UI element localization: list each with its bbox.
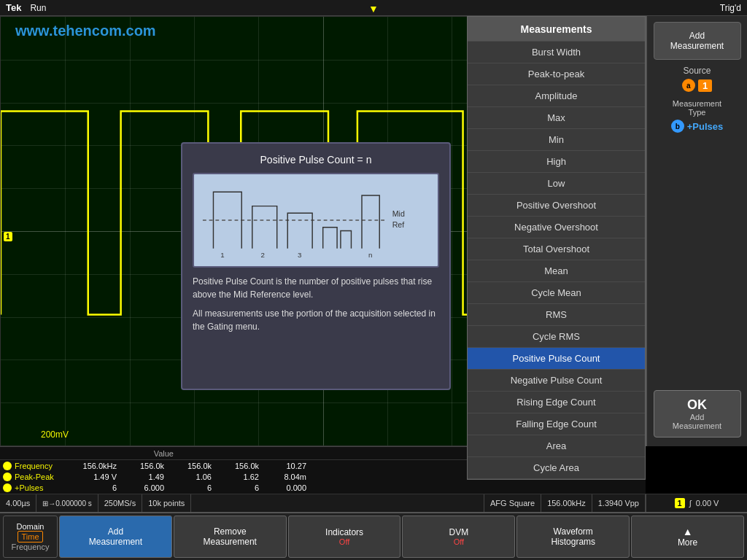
mtype-value-row: b +Pulses <box>654 120 741 133</box>
dvm-button[interactable]: DVM Off <box>402 516 515 558</box>
remove-meas-label: RemoveMeasurement <box>204 526 257 547</box>
meas-val5: 0.000 <box>259 483 306 492</box>
channel-marker: 1 <box>4 232 12 241</box>
menu-item-min[interactable]: Min <box>468 129 645 151</box>
meas-val1: 156.0kHz <box>69 462 117 470</box>
meas-dot-icon <box>3 462 12 470</box>
indicators-button[interactable]: Indicators Off <box>288 516 401 558</box>
domain-freq-label: Frequency <box>12 542 50 551</box>
ok-sublabel: AddMeasurement <box>673 413 721 430</box>
svg-text:2: 2 <box>261 251 265 259</box>
menu-item-burst-width[interactable]: Burst Width <box>468 42 645 63</box>
menu-item-mean[interactable]: Mean <box>468 260 645 282</box>
sample-points-cell: 10k points <box>142 494 191 512</box>
menu-item-rms[interactable]: RMS <box>468 304 645 326</box>
voltage-value: 0.00 V <box>696 499 719 508</box>
trig-status: Trig'd <box>720 3 741 13</box>
position-value: ⊞→0.000000 s <box>42 499 92 508</box>
menu-item-cycle-area[interactable]: Cycle Area <box>468 457 645 479</box>
menu-item-low[interactable]: Low <box>468 173 645 195</box>
source-indicator: a 1 <box>654 79 741 92</box>
afg-label-cell: AFG Square <box>484 494 541 512</box>
freq-symbol-icon: ∫ <box>689 499 692 508</box>
measurements-dropdown[interactable]: Measurements Burst WidthPeak-to-peakAmpl… <box>467 16 646 480</box>
watermark-text: www.tehencom.com <box>15 23 156 39</box>
mtype-text: +Pulses <box>687 121 724 132</box>
ok-add-measurement-button[interactable]: OK AddMeasurement <box>654 390 741 438</box>
menu-item-cycle-rms[interactable]: Cycle RMS <box>468 326 645 348</box>
mtype-badge-b: b <box>671 120 684 133</box>
svg-text:n: n <box>368 251 372 259</box>
indicators-status: Off <box>339 537 349 546</box>
run-status: Run <box>30 3 46 13</box>
menu-item-positive-overshoot[interactable]: Positive Overshoot <box>468 195 645 217</box>
afg-freq-cell: 156.00kHz <box>541 494 592 512</box>
sample-rate: 250MS/s <box>104 499 136 508</box>
menu-item-peak-to-peak[interactable]: Peak-to-peak <box>468 63 645 85</box>
measurement-row: +Pulses 6 6.000 6 6 0.000 <box>0 482 646 493</box>
meas-val5: 8.04m <box>259 472 306 481</box>
menu-item-rising-edge-count[interactable]: Rising Edge Count <box>468 392 645 413</box>
menu-item-high[interactable]: High <box>468 151 645 173</box>
meas-val3: 156.0k <box>164 462 212 470</box>
more-icon: ▲ <box>683 526 693 537</box>
sample-points: 10k points <box>148 499 185 508</box>
add-measurement-button[interactable]: AddMeasurement <box>654 22 741 60</box>
menu-item-amplitude[interactable]: Amplitude <box>468 85 645 107</box>
menu-item-negative-overshoot[interactable]: Negative Overshoot <box>468 217 645 238</box>
domain-button[interactable]: Domain Time Frequency <box>3 516 58 558</box>
menu-item-negative-pulse-count[interactable]: Negative Pulse Count <box>468 370 645 392</box>
ok-label: OK <box>687 397 707 413</box>
meas-val3: 6 <box>164 483 212 492</box>
menu-item-cycle-mean[interactable]: Cycle Mean <box>468 282 645 304</box>
menu-item-area[interactable]: Area <box>468 435 645 457</box>
menu-item-total-overshoot[interactable]: Total Overshoot <box>468 238 645 260</box>
waveform-hist-label: WaveformHistograms <box>551 526 595 547</box>
meas-name: Peak-Peak <box>15 472 69 481</box>
meas-val4: 156.0k <box>212 462 259 470</box>
timebase-value: 4.00µs <box>6 499 30 508</box>
svg-text:Mid: Mid <box>392 209 405 218</box>
brand-label: Tek <box>6 2 21 13</box>
col-value: Value <box>123 449 174 458</box>
time-info-bar: 4.00µs ⊞→0.000000 s 250MS/s 10k points A… <box>0 494 646 512</box>
svg-text:3: 3 <box>298 251 301 259</box>
timebase-cell: 4.00µs <box>0 494 36 512</box>
svg-text:Ref: Ref <box>392 220 405 229</box>
meas-val4: 6 <box>212 483 259 492</box>
meas-val1: 1.49 V <box>69 472 117 481</box>
add-measurement-label: AddMeasurement <box>670 31 724 51</box>
afg-vpp-cell: 1.3940 Vpp <box>592 494 646 512</box>
measurement-type-section: MeasurementType b +Pulses <box>654 99 741 133</box>
more-button[interactable]: ▲ More <box>631 516 744 558</box>
menu-header: Measurements <box>468 17 645 42</box>
measurement-description-popup: Positive Pulse Count = n Mid Ref 1 2 3 n <box>181 142 451 390</box>
svg-text:1: 1 <box>220 251 224 259</box>
meas-val2: 156.0k <box>117 462 164 470</box>
ch-label-right: 1 <box>675 498 685 508</box>
popup-description-text: Positive Pulse Count is the number of po… <box>193 275 439 333</box>
volt-per-div-label: 200mV <box>41 429 69 440</box>
source-badge-a: a <box>682 79 695 92</box>
mtype-label: MeasurementType <box>654 99 741 117</box>
afg-freq: 156.00kHz <box>547 499 586 508</box>
sample-rate-cell: 250MS/s <box>98 494 142 512</box>
menu-item-positive-pulse-count[interactable]: Positive Pulse Count <box>468 348 645 370</box>
waveform-histograms-button[interactable]: WaveformHistograms <box>516 516 630 558</box>
remove-measurement-button[interactable]: RemoveMeasurement <box>174 516 287 558</box>
menu-item-max[interactable]: Max <box>468 107 645 129</box>
afg-label: AFG Square <box>490 499 535 508</box>
meas-name: +Pulses <box>15 483 69 492</box>
meas-val1: 6 <box>69 483 117 492</box>
menu-item-falling-edge-count[interactable]: Falling Edge Count <box>468 413 645 435</box>
domain-time-badge: Time <box>18 531 42 542</box>
dvm-label: DVM <box>449 527 469 537</box>
more-label: More <box>678 537 697 548</box>
meas-dot-icon <box>3 483 12 492</box>
meas-val5: 10.27 <box>259 462 306 470</box>
meas-val2: 6.000 <box>117 483 164 492</box>
dvm-status: Off <box>454 537 464 546</box>
position-cell: ⊞→0.000000 s <box>36 494 98 512</box>
add-measurement-func-button[interactable]: AddMeasurement <box>59 516 172 558</box>
meas-val3: 1.06 <box>164 472 212 481</box>
